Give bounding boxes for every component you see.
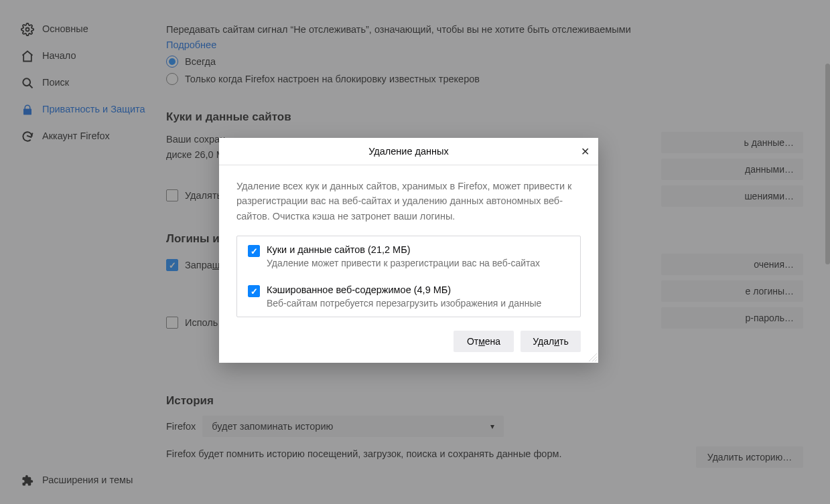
- option-sublabel: Удаление может привести к разрегистрации…: [267, 258, 540, 268]
- cancel-button[interactable]: Отмена: [454, 331, 514, 352]
- dialog-options: Куки и данные сайтов (21,2 МБ) Удаление …: [236, 236, 581, 317]
- cookies-option[interactable]: Куки и данные сайтов (21,2 МБ) Удаление …: [237, 236, 580, 276]
- dialog-header: Удаление данных ✕: [219, 138, 598, 165]
- cache-option[interactable]: Кэшированное веб-содержимое (4,9 МБ) Веб…: [237, 276, 580, 317]
- option-label: Кэшированное веб-содержимое (4,9 МБ): [267, 284, 541, 295]
- dialog-description: Удаление всех кук и данных сайтов, храни…: [236, 179, 581, 224]
- checkbox-icon[interactable]: [248, 245, 260, 257]
- clear-button[interactable]: Удалить: [521, 331, 581, 352]
- option-sublabel: Веб-сайтам потребуется перезагрузить изо…: [267, 298, 541, 309]
- dialog-close-button[interactable]: ✕: [575, 142, 594, 161]
- resize-handle-icon[interactable]: [589, 353, 597, 361]
- clear-data-dialog: Удаление данных ✕ Удаление всех кук и да…: [219, 138, 598, 363]
- dialog-title: Удаление данных: [368, 146, 449, 157]
- option-label: Куки и данные сайтов (21,2 МБ): [267, 244, 540, 255]
- checkbox-icon[interactable]: [248, 285, 260, 297]
